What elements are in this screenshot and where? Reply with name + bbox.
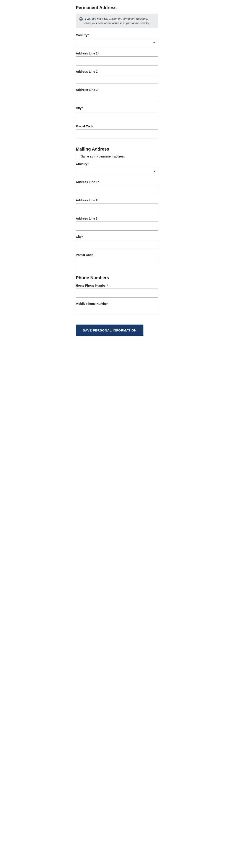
info-box-text: If you are not a US Citizen or Permanent… [85, 17, 155, 25]
mail-postal-input[interactable] [76, 258, 158, 267]
perm-address1-input[interactable] [76, 56, 158, 65]
save-personal-info-button[interactable]: SAVE PERSONAL INFORMATION [76, 324, 143, 336]
perm-address3-label: Address Line 3 [76, 88, 158, 92]
perm-address1-label: Address Line 1* [76, 52, 158, 55]
mail-address1-group: Address Line 1* [76, 180, 158, 194]
info-box: Ⓐ If you are not a US Citizen or Permane… [76, 14, 158, 28]
mail-postal-label: Postal Code [76, 253, 158, 257]
perm-city-group: City* [76, 106, 158, 120]
mail-address2-group: Address Line 2 [76, 198, 158, 212]
perm-address1-required-star: * [98, 52, 99, 55]
mail-address1-required-star: * [98, 180, 99, 184]
perm-city-required-star: * [81, 106, 82, 110]
perm-address2-group: Address Line 2 [76, 70, 158, 84]
page-container: Permanent Address Ⓐ If you are not a US … [71, 0, 163, 345]
same-address-checkbox[interactable] [76, 155, 79, 158]
mail-address2-input[interactable] [76, 203, 158, 212]
home-phone-input[interactable] [76, 288, 158, 298]
mail-address3-label: Address Line 3 [76, 217, 158, 220]
perm-postal-input[interactable] [76, 129, 158, 138]
phone-numbers-title: Phone Numbers [76, 275, 158, 280]
mail-country-select[interactable] [76, 167, 158, 176]
perm-country-select[interactable] [76, 38, 158, 47]
mobile-phone-group: Mobile Phone Number [76, 302, 158, 316]
mail-postal-group: Postal Code [76, 253, 158, 267]
perm-country-required-star: * [88, 33, 89, 37]
mail-country-label: Country* [76, 162, 158, 165]
perm-address2-label: Address Line 2 [76, 70, 158, 73]
mail-city-required-star: * [81, 235, 82, 239]
spacer-1 [76, 143, 158, 145]
spacer-2 [76, 271, 158, 274]
mobile-phone-label: Mobile Phone Number [76, 302, 158, 306]
phone-numbers-section: Phone Numbers Home Phone Number* Mobile … [76, 275, 158, 316]
mailing-address-section: Mailing Address Same as my permanent add… [76, 147, 158, 267]
perm-postal-label: Postal Code [76, 125, 158, 128]
perm-country-group: Country* [76, 33, 158, 47]
mail-address2-label: Address Line 2 [76, 198, 158, 202]
home-phone-group: Home Phone Number* [76, 284, 158, 298]
perm-address2-input[interactable] [76, 74, 158, 84]
same-address-row: Same as my permanent address [76, 155, 158, 158]
home-phone-label: Home Phone Number* [76, 284, 158, 287]
same-address-label: Same as my permanent address [81, 155, 125, 158]
home-phone-required-star: * [107, 284, 108, 287]
perm-address3-input[interactable] [76, 93, 158, 102]
mail-address1-input[interactable] [76, 185, 158, 194]
mailing-address-title: Mailing Address [76, 147, 158, 152]
perm-city-label: City* [76, 106, 158, 110]
mail-country-required-star: * [88, 162, 89, 165]
mail-address1-label: Address Line 1* [76, 180, 158, 184]
perm-country-label: Country* [76, 33, 158, 37]
mail-address3-group: Address Line 3 [76, 217, 158, 230]
mail-city-label: City* [76, 235, 158, 239]
perm-address1-group: Address Line 1* [76, 52, 158, 65]
permanent-address-title: Permanent Address [76, 5, 158, 10]
permanent-address-section: Permanent Address Ⓐ If you are not a US … [76, 5, 158, 138]
mail-city-input[interactable] [76, 240, 158, 249]
mobile-phone-input[interactable] [76, 307, 158, 316]
perm-postal-group: Postal Code [76, 125, 158, 138]
mail-address3-input[interactable] [76, 221, 158, 230]
mail-country-group: Country* [76, 162, 158, 176]
perm-address3-group: Address Line 3 [76, 88, 158, 102]
perm-city-input[interactable] [76, 111, 158, 120]
info-icon: Ⓐ [79, 17, 83, 22]
mail-city-group: City* [76, 235, 158, 249]
